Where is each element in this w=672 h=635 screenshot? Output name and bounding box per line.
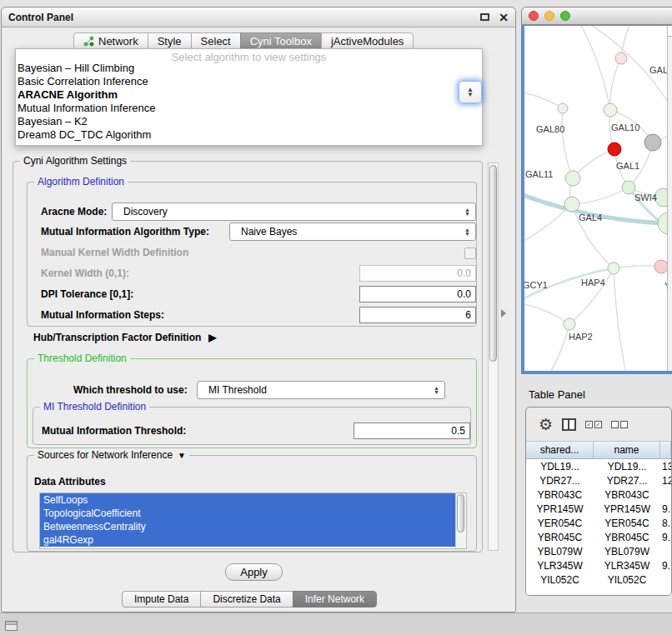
field-value: 6 [465, 309, 471, 321]
network-node[interactable] [558, 103, 568, 113]
scrollbar-thumb[interactable] [457, 494, 464, 532]
aracne-mode-select[interactable]: Discovery ▲▼ [112, 202, 476, 221]
network-view-window: GAL80GAL10GAL11GAL1SWI4GAL4GCY1HAP4HAP2G… [521, 7, 672, 374]
network-node-label: GAL4 [579, 212, 602, 222]
table-row[interactable]: YER054CYER054C8. [526, 516, 671, 530]
table-cell: YDR27... [594, 473, 660, 488]
mi-steps-input[interactable]: 6 [359, 307, 476, 323]
algorithm-option[interactable]: Bayesian – Hill Climbing [16, 62, 482, 75]
scroll-up-button[interactable] [668, 26, 672, 37]
table-row[interactable]: YDR27...YDR27...12 [526, 473, 671, 488]
apply-button[interactable]: Apply [225, 563, 283, 581]
table-cell: YBL079W [594, 544, 660, 558]
algorithm-option[interactable]: Mutual Information Inference [16, 102, 482, 115]
tab-network[interactable]: Network [73, 32, 148, 50]
network-node[interactable] [564, 197, 579, 212]
mi-threshold-input[interactable]: 0.5 [354, 422, 470, 439]
algorithm-option[interactable]: ARACNE Algorithm [16, 88, 482, 102]
tab-style[interactable]: Style [148, 32, 192, 50]
table-row[interactable]: YIL052CYIL052C [526, 572, 671, 587]
attribute-list-item[interactable]: TopologicalCoefficient [40, 507, 457, 520]
algorithm-dropdown-popup: Select algorithm to view settings Bayesi… [15, 48, 483, 146]
splitter-collapse-arrow[interactable] [501, 309, 506, 318]
minimize-button[interactable] [544, 11, 554, 21]
table-row[interactable]: YPR145WYPR145W9. [526, 502, 671, 516]
attribute-list-item[interactable]: BetweennessCentrality [40, 520, 457, 533]
table-panel-title: Table Panel [529, 388, 585, 401]
network-node-label: GAL10 [611, 122, 639, 132]
attribute-list-item[interactable]: SelfLoops [40, 493, 457, 507]
tab-label: Discretize Data [213, 593, 280, 605]
algorithm-option[interactable]: Bayesian – K2 [16, 115, 482, 128]
algorithm-combobox-arrow[interactable]: ▲ ▼ [459, 81, 482, 103]
sources-section-header[interactable]: Sources for Network Inference ▼ [34, 449, 189, 461]
attributes-scrollbar[interactable] [455, 493, 466, 548]
tab-label: Style [158, 35, 182, 48]
table-row[interactable]: YBR045CYBR045C9. [526, 530, 671, 544]
table-cell: 9. [660, 502, 671, 516]
tab-label: Impute Data [134, 593, 188, 605]
float-window-icon[interactable] [480, 13, 489, 21]
tab-infer-network[interactable]: Infer Network [293, 591, 377, 608]
network-node[interactable] [654, 260, 668, 273]
zoom-button[interactable] [560, 11, 570, 21]
which-threshold-select[interactable]: MI Threshold ▲▼ [197, 381, 445, 399]
dpi-tolerance-input[interactable]: 0.0 [359, 286, 476, 302]
close-button[interactable] [529, 11, 539, 21]
settings-scrollbar[interactable] [488, 162, 499, 551]
tab-jactivemodules[interactable]: jActiveModules [321, 32, 414, 50]
column-header-shared-name[interactable]: shared... [526, 442, 594, 458]
cyni-algorithm-settings-group: Cyni Algorithm Settings Algorithm Defini… [13, 161, 483, 552]
sources-group: Sources for Network Inference ▼ Data Att… [27, 455, 477, 552]
table-row[interactable]: YBR043CYBR043C [526, 488, 671, 502]
network-scrollbar[interactable] [667, 26, 672, 371]
tab-discretize-data[interactable]: Discretize Data [200, 591, 293, 608]
column-header-clipped[interactable] [660, 442, 671, 458]
column-header-name[interactable]: name [594, 442, 660, 458]
attribute-list-item[interactable]: gal4RGexp [40, 533, 457, 547]
selected-value: MI Threshold [198, 384, 267, 396]
network-edge [614, 268, 628, 372]
mi-algorithm-type-select[interactable]: Naive Bayes ▲▼ [229, 222, 476, 241]
network-node[interactable] [622, 181, 635, 194]
table-row[interactable]: YBL079WYBL079W [526, 544, 671, 558]
table-row[interactable]: YDL19...YDL19...13 [526, 459, 671, 473]
table-body: YDL19...YDL19...13YDR27...YDR27...12YBR0… [526, 459, 671, 596]
hub-section-header[interactable]: Hub/Transcription Factor Definition ▶ [33, 332, 217, 343]
network-node[interactable] [608, 142, 621, 156]
cyni-bottom-tabs: Impute Data Discretize Data Infer Networ… [123, 591, 377, 608]
network-node[interactable] [608, 262, 619, 274]
field-value: 0.0 [457, 268, 471, 279]
table-row[interactable]: YLR345WYLR345W9. [526, 558, 671, 572]
mi-threshold-definition-group: MI Threshold Definition Mutual Informati… [33, 407, 471, 445]
table-cell: YBR043C [526, 488, 594, 502]
scrollbar-thumb[interactable] [489, 165, 497, 362]
network-node[interactable] [615, 52, 627, 64]
table-cell: 12 [660, 473, 671, 488]
select-all-icon[interactable]: ✓✓ [585, 421, 602, 428]
network-node[interactable] [604, 103, 617, 117]
columns-icon[interactable] [562, 418, 576, 431]
network-node[interactable] [564, 318, 575, 330]
network-node-label: HAP4 [581, 278, 605, 288]
group-title: Algorithm Definition [34, 176, 128, 188]
network-node[interactable] [644, 134, 661, 151]
deselect-all-icon[interactable] [611, 421, 628, 428]
table-cell: YIL052C [526, 572, 594, 587]
table-cell: YER054C [526, 516, 594, 530]
tab-cyni-toolbox[interactable]: Cyni Toolbox [240, 32, 322, 50]
network-node[interactable] [565, 171, 580, 186]
control-panel-titlebar: Control Panel ✕ [2, 8, 515, 28]
algorithm-option[interactable]: Basic Correlation Inference [16, 75, 482, 88]
chevron-down-icon: ▼ [467, 92, 474, 98]
table-cell: YDL19... [594, 459, 660, 473]
network-edge [524, 302, 569, 324]
network-node-label: GAL [649, 65, 668, 75]
close-icon[interactable]: ✕ [499, 12, 509, 23]
tab-select[interactable]: Select [191, 32, 241, 50]
gear-icon[interactable]: ⚙ [539, 417, 553, 432]
tab-impute-data[interactable]: Impute Data [122, 591, 201, 608]
network-canvas[interactable]: GAL80GAL10GAL11GAL1SWI4GAL4GCY1HAP4HAP2G… [521, 25, 672, 374]
algorithm-option[interactable]: Dream8 DC_TDC Algorithm [16, 128, 482, 142]
minimized-window-icon[interactable] [5, 621, 18, 631]
